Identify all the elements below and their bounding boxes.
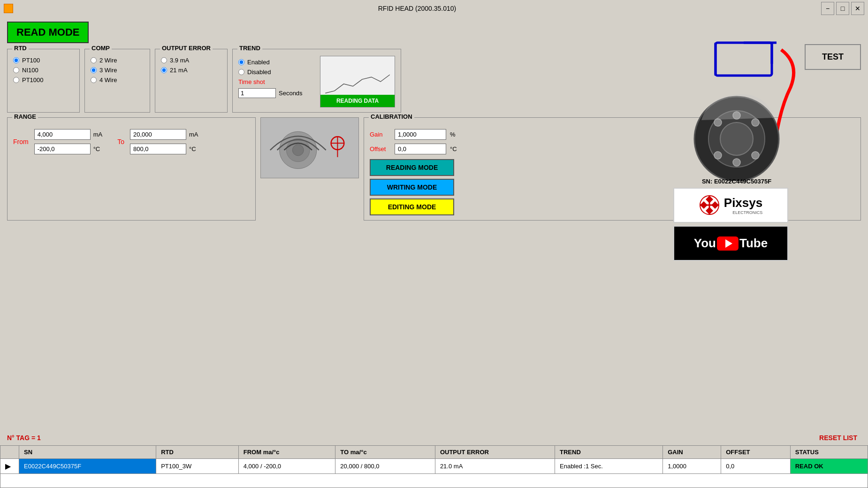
svg-point-15 (714, 119, 722, 126)
trend-disabled-radio[interactable] (238, 69, 244, 75)
comp-2wire-label: 2 Wire (99, 57, 117, 64)
calibration-label: CALIBRATION (369, 113, 414, 120)
sensor-image-area (260, 117, 359, 178)
offset-input[interactable] (395, 144, 446, 154)
seconds-label: Seconds (279, 90, 303, 97)
tag-bar: N° TAG = 1 RESET LIST (0, 430, 868, 445)
rtd-group: RTD PT100 NI100 PT1000 (7, 49, 80, 113)
range-group: RANGE From mA °C To (7, 117, 256, 221)
svg-marker-24 (706, 196, 713, 203)
trend-chart-area: READING DATA (320, 56, 395, 107)
col-output-error: OUTPUT ERROR (435, 446, 555, 459)
writing-mode-button[interactable]: WRITING MODE (370, 179, 454, 196)
trend-left: Enabled Disabled Time shot Seconds (238, 56, 315, 107)
youtube-tube-bg (717, 236, 739, 251)
to-ma-input[interactable] (130, 129, 186, 140)
trend-enabled-radio[interactable] (238, 59, 244, 65)
minimize-button[interactable]: − (821, 2, 834, 15)
trend-label: TREND (237, 45, 262, 52)
rtd-pt1000-radio[interactable] (13, 77, 19, 83)
trend-disabled-row: Disabled (238, 69, 315, 76)
ma-unit-1: mA (93, 131, 103, 138)
comp-4wire-radio[interactable] (91, 77, 97, 83)
output-21ma-label: 21 mA (170, 67, 188, 74)
gain-input[interactable] (395, 129, 446, 140)
app-icon (4, 4, 13, 13)
youtube-you: You (694, 236, 716, 251)
svg-marker-25 (711, 201, 719, 209)
reset-list-button[interactable]: RESET LIST (815, 432, 861, 443)
time-shot-input[interactable] (238, 88, 276, 98)
col-gain: GAIN (663, 446, 721, 459)
comp-2wire-radio[interactable] (91, 57, 97, 63)
svg-point-16 (752, 119, 759, 126)
comp-group: COMP 2 Wire 3 Wire 4 Wire (84, 49, 150, 113)
rtd-pt1000-label: PT1000 (22, 76, 44, 84)
table-row-empty (0, 474, 868, 488)
rtd-pt100-row: PT100 (13, 57, 74, 64)
row-output-error: 21.0 mA (435, 459, 555, 474)
maximize-button[interactable]: □ (836, 2, 849, 15)
row-to: 20,000 / 800,0 (335, 459, 435, 474)
output-39ma-label: 3.9 mA (170, 57, 189, 64)
editing-mode-button[interactable]: EDITING MODE (370, 198, 454, 215)
output-error-group: OUTPUT ERROR 3.9 mA 21 mA (155, 49, 228, 113)
close-button[interactable]: ✕ (851, 2, 864, 15)
reading-data-button[interactable]: READING DATA (320, 95, 395, 107)
time-shot-row: Time shot (238, 78, 315, 85)
youtube-tube: Tube (739, 236, 768, 251)
trend-disabled-label: Disabled (247, 69, 271, 76)
trend-inner: Enabled Disabled Time shot Seconds (238, 56, 395, 107)
svg-marker-26 (706, 207, 713, 214)
comp-3wire-row: 3 Wire (91, 67, 144, 74)
device-svg (673, 40, 800, 181)
ma-unit-2: mA (189, 131, 198, 138)
col-sn: SN (19, 446, 156, 459)
youtube-play-icon (725, 239, 732, 248)
pixsys-cross-svg (699, 195, 720, 216)
comp-label: COMP (90, 45, 112, 52)
output-21ma-radio[interactable] (161, 67, 167, 73)
sensor-svg (261, 117, 358, 178)
comp-3wire-radio[interactable] (91, 67, 97, 73)
title-bar-left (4, 4, 13, 13)
trend-enabled-label: Enabled (247, 59, 270, 66)
time-shot-label: Time shot (238, 78, 265, 85)
reading-mode-button[interactable]: READING MODE (370, 159, 454, 176)
from-ma-input[interactable] (34, 129, 91, 140)
comp-3wire-label: 3 Wire (99, 67, 117, 74)
row-status: READ OK (790, 459, 868, 474)
test-button[interactable]: TEST (805, 44, 861, 70)
title-bar-controls: − □ ✕ (821, 2, 864, 15)
to-c-input[interactable] (130, 144, 186, 154)
output-error-label: OUTPUT ERROR (160, 45, 213, 52)
from-label: From (13, 138, 29, 145)
output-39ma-radio[interactable] (161, 57, 167, 63)
col-rtd: RTD (156, 446, 239, 459)
gain-label: Gain (370, 131, 391, 138)
col-status: STATUS (790, 446, 868, 459)
window-title: RFID HEAD (2000.35.010) (373, 5, 461, 12)
row-arrow: ▶ (0, 459, 19, 474)
rtd-pt100-radio[interactable] (13, 57, 19, 63)
row-gain: 1,0000 (663, 459, 721, 474)
row-trend: Enabled :1 Sec. (555, 459, 663, 474)
rtd-ni100-row: NI100 (13, 67, 74, 74)
svg-marker-27 (700, 201, 708, 209)
col-trend: TREND (555, 446, 663, 459)
col-to: TO ma/°c (335, 446, 435, 459)
col-arrow (0, 446, 19, 459)
rtd-ni100-radio[interactable] (13, 67, 19, 73)
svg-point-3 (292, 145, 304, 156)
svg-point-17 (714, 152, 722, 159)
offset-label: Offset (370, 145, 391, 152)
col-from: FROM ma/°c (238, 446, 335, 459)
youtube-logo: You Tube (673, 226, 788, 261)
comp-4wire-row: 4 Wire (91, 76, 144, 84)
rtd-ni100-label: NI100 (22, 67, 38, 74)
from-c-input[interactable] (34, 144, 91, 154)
table-row[interactable]: ▶ E0022C449C50375F PT100_3W 4,000 / -200… (0, 459, 868, 474)
rtd-pt100-label: PT100 (22, 57, 40, 64)
main-content: READ MODE RTD PT100 NI100 PT1000 COMP (0, 17, 868, 488)
comp-2wire-row: 2 Wire (91, 57, 144, 64)
